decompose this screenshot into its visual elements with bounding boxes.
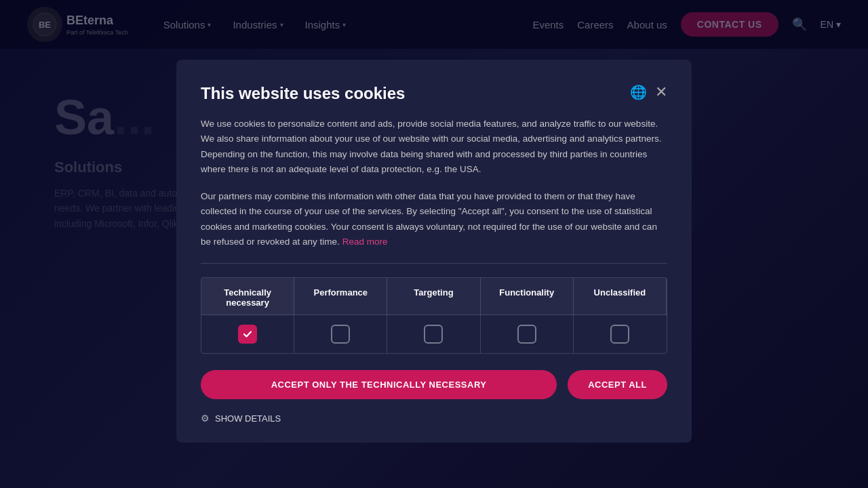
checkbox-technically-necessary[interactable] — [238, 325, 257, 344]
modal-buttons: ACCEPT ONLY THE TECHNICALLY NECESSARY AC… — [201, 370, 667, 399]
modal-header: This website uses cookies 🌐 ✕ — [201, 84, 667, 103]
modal-title: This website uses cookies — [201, 84, 405, 103]
col-targeting-header: Targeting — [387, 278, 480, 315]
checkbox-functionality[interactable] — [517, 325, 536, 344]
col-functionality-check — [481, 315, 574, 353]
show-details-label: SHOW DETAILS — [215, 413, 281, 424]
col-targeting-check — [387, 315, 480, 353]
modal-backdrop: This website uses cookies 🌐 ✕ We use coo… — [0, 0, 868, 488]
checkbox-unclassified[interactable] — [610, 325, 629, 344]
globe-icon[interactable]: 🌐 — [630, 84, 647, 100]
gear-icon: ⚙ — [201, 413, 210, 424]
checkbox-targeting[interactable] — [424, 325, 443, 344]
show-details-toggle[interactable]: ⚙ SHOW DETAILS — [201, 413, 667, 424]
checkbox-performance[interactable] — [331, 325, 350, 344]
accept-all-button[interactable]: ACCEPT ALL — [568, 370, 667, 399]
modal-divider — [201, 263, 667, 264]
close-icon[interactable]: ✕ — [655, 85, 667, 100]
col-performance-check — [294, 315, 387, 353]
cookie-text-1: We use cookies to personalize content an… — [201, 117, 667, 177]
modal-icons: 🌐 ✕ — [630, 84, 667, 100]
cookie-options-table: Technically necessary Performance Target… — [201, 277, 667, 354]
cookie-text-2: Our partners may combine this informatio… — [201, 189, 667, 249]
col-performance-header: Performance — [294, 278, 387, 315]
col-technically-necessary-check — [201, 315, 294, 353]
col-unclassified-header: Unclassified — [574, 278, 667, 315]
col-unclassified-check — [574, 315, 667, 353]
modal-body: We use cookies to personalize content an… — [201, 117, 667, 249]
accept-necessary-button[interactable]: ACCEPT ONLY THE TECHNICALLY NECESSARY — [201, 370, 557, 399]
read-more-link[interactable]: Read more — [342, 237, 388, 247]
col-technically-necessary-header: Technically necessary — [201, 278, 294, 315]
col-functionality-header: Functionality — [481, 278, 574, 315]
cookie-modal: This website uses cookies 🌐 ✕ We use coo… — [176, 60, 692, 443]
